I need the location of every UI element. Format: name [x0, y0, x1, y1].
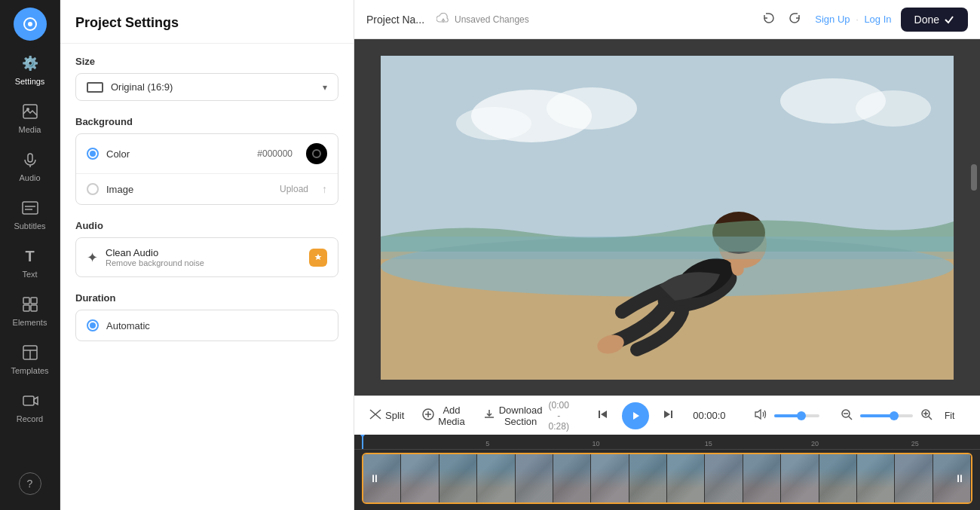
settings-header: Project Settings [60, 0, 354, 44]
sidebar-item-templates[interactable]: Templates [0, 334, 60, 383]
duration-option[interactable]: Automatic [75, 310, 338, 341]
add-media-button[interactable]: Add Media [416, 401, 470, 431]
download-icon [483, 408, 495, 423]
video-frame-13 [819, 454, 857, 502]
main-area: Project Na... Unsaved Changes [354, 0, 980, 510]
zoom-in-button[interactable] [917, 405, 936, 426]
svg-line-44 [929, 417, 932, 420]
templates-icon [20, 342, 41, 363]
video-frame-7 [591, 454, 629, 502]
top-bar: Project Na... Unsaved Changes [354, 0, 980, 39]
track-pause-right[interactable]: ⏸ [954, 472, 965, 484]
fit-button[interactable]: Fit [940, 408, 959, 423]
add-media-label: Add Media [438, 405, 464, 427]
video-frame-2 [401, 454, 439, 502]
duration-section: Duration Automatic [75, 292, 338, 341]
video-frames [363, 454, 971, 502]
track-pause-left[interactable]: ⏸ [369, 472, 380, 484]
sidebar-item-elements[interactable]: Elements [0, 286, 60, 334]
timeline-area: 5 10 15 20 25 ⏸ [354, 435, 980, 510]
svg-point-30 [456, 107, 531, 140]
sidebar-item-elements-label: Elements [13, 318, 47, 327]
color-option[interactable]: Color #000000 [76, 134, 338, 173]
sidebar-item-settings-label: Settings [15, 77, 45, 86]
audio-text: Clean Audio Remove background noise [106, 247, 302, 267]
settings-icon: ⚙️ [20, 53, 41, 74]
auth-links: Sign Up · Log In [815, 14, 891, 25]
ruler-mark-5: 5 [485, 440, 489, 447]
svg-rect-27 [381, 237, 954, 259]
aspect-ratio-icon [87, 82, 103, 93]
settings-logo[interactable] [14, 8, 47, 41]
sidebar-item-templates-label: Templates [11, 366, 48, 375]
sidebar-item-media[interactable]: Media [0, 93, 60, 142]
audio-icon [20, 149, 41, 170]
log-in-link[interactable]: Log In [864, 14, 891, 25]
svg-line-41 [849, 417, 852, 420]
svg-rect-6 [23, 202, 38, 214]
split-button[interactable]: Split [363, 405, 410, 426]
timeline-track[interactable]: ⏸ ⏸ [362, 453, 972, 504]
vertical-scrollbar[interactable] [971, 164, 977, 191]
sidebar-item-record[interactable]: Record [0, 383, 60, 431]
svg-rect-16 [23, 396, 34, 405]
color-radio[interactable] [87, 148, 99, 160]
sidebar-item-audio[interactable]: Audio [0, 142, 60, 190]
skip-forward-button[interactable] [658, 405, 678, 427]
zoom-slider[interactable] [860, 414, 913, 417]
volume-slider[interactable] [774, 414, 819, 417]
download-button[interactable]: Download Section (0:00 - 0:28) [477, 396, 575, 435]
add-media-icon [422, 408, 434, 423]
sign-up-link[interactable]: Sign Up [815, 14, 850, 25]
download-range: (0:00 - 0:28) [549, 400, 569, 432]
skip-back-button[interactable] [593, 405, 613, 427]
svg-rect-4 [28, 154, 32, 162]
sidebar-item-subtitles[interactable]: Subtitles [0, 190, 60, 238]
color-swatch-inner [312, 149, 321, 158]
ruler-mark-10: 10 [592, 440, 599, 447]
video-frame-3 [439, 454, 477, 502]
image-radio[interactable] [87, 183, 99, 195]
clean-audio-option[interactable]: ✦ Clean Audio Remove background noise [75, 237, 338, 277]
timeline-ruler: 5 10 15 20 25 [354, 435, 980, 450]
upload-label[interactable]: Upload [280, 184, 308, 194]
cloud-icon [436, 13, 450, 26]
image-label: Image [106, 184, 272, 195]
elements-icon [20, 294, 41, 315]
help-button[interactable]: ? [19, 472, 41, 495]
automatic-label: Automatic [106, 320, 327, 331]
sidebar-item-text[interactable]: T Text [0, 238, 60, 286]
settings-body: Size Original (16:9) ▾ Background Color … [60, 44, 354, 353]
waveform-button[interactable] [977, 405, 980, 427]
svg-point-32 [856, 90, 931, 127]
automatic-radio[interactable] [87, 319, 99, 331]
svg-rect-10 [31, 298, 37, 304]
play-button[interactable] [622, 402, 649, 429]
settings-title: Project Settings [75, 15, 338, 31]
undo-button[interactable] [758, 8, 780, 31]
top-bar-actions: Sign Up · Log In Done [758, 8, 968, 32]
settings-panel: Project Settings Size Original (16:9) ▾ … [60, 0, 354, 510]
media-icon [20, 101, 41, 122]
ruler-mark-25: 25 [911, 440, 919, 447]
svg-rect-12 [31, 305, 37, 311]
project-name[interactable]: Project Na... [366, 14, 424, 26]
time-display: 00:00:0 [687, 410, 732, 421]
sidebar-item-audio-label: Audio [19, 173, 40, 182]
bottom-toolbar: Split Add Media Download Section (0:00 - [354, 395, 980, 435]
video-frame-5 [516, 454, 553, 502]
volume-icon[interactable] [750, 405, 770, 427]
zoom-out-button[interactable] [838, 405, 856, 426]
upgrade-badge[interactable] [309, 249, 327, 267]
color-swatch[interactable] [306, 143, 327, 164]
done-button[interactable]: Done [901, 8, 968, 32]
sidebar-item-record-label: Record [17, 414, 43, 423]
svg-rect-11 [23, 305, 29, 311]
subtitles-icon [20, 197, 41, 218]
size-dropdown[interactable]: Original (16:9) ▾ [75, 73, 338, 101]
background-section-label: Background [75, 116, 338, 127]
image-option[interactable]: Image Upload ↑ [76, 173, 338, 204]
redo-button[interactable] [783, 8, 806, 31]
sidebar-item-settings[interactable]: ⚙️ Settings [0, 45, 60, 93]
video-frame-12 [781, 454, 819, 502]
